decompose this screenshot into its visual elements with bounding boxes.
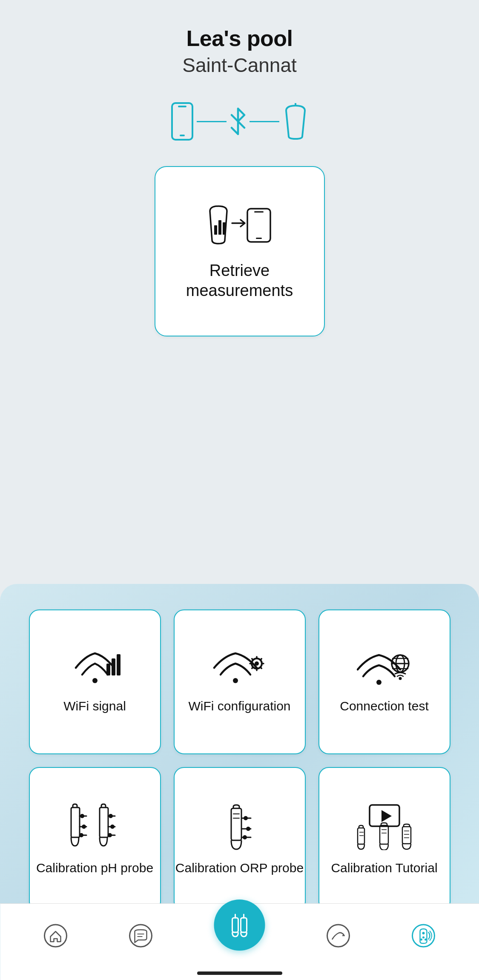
bluetooth-icon xyxy=(227,106,249,136)
svg-rect-57 xyxy=(358,828,364,844)
nav-remote[interactable] xyxy=(412,924,436,948)
svg-rect-71 xyxy=(232,918,238,932)
svg-rect-8 xyxy=(254,211,264,213)
svg-rect-13 xyxy=(117,654,120,675)
messages-icon xyxy=(129,924,152,948)
calibration-orp-label: Calibration ORP probe xyxy=(175,859,304,876)
svg-point-50 xyxy=(244,816,248,820)
svg-point-52 xyxy=(246,827,250,831)
svg-point-54 xyxy=(243,835,247,839)
scan-icon xyxy=(224,910,254,940)
svg-rect-58 xyxy=(380,825,388,844)
svg-rect-72 xyxy=(241,918,247,932)
retrieve-label: Retrieve measurements xyxy=(155,261,324,301)
calibration-tutorial-label: Calibration Tutorial xyxy=(331,859,437,876)
svg-point-16 xyxy=(255,661,259,666)
svg-point-34 xyxy=(80,814,84,818)
calibration-ph-card[interactable]: Calibration pH probe xyxy=(29,767,161,912)
probe-icon xyxy=(280,102,311,141)
svg-point-10 xyxy=(92,678,98,683)
wifi-config-icon xyxy=(212,650,267,688)
svg-line-24 xyxy=(260,658,261,660)
retrieve-measurements-card[interactable]: Retrieve measurements xyxy=(155,166,325,336)
wifi-config-card[interactable]: WiFi configuration xyxy=(174,609,306,754)
calibration-ph-label: Calibration pH probe xyxy=(36,859,153,876)
svg-point-36 xyxy=(82,825,86,829)
svg-rect-39 xyxy=(100,808,108,837)
wifi-signal-icon xyxy=(67,650,123,688)
svg-rect-59 xyxy=(402,827,411,844)
svg-line-22 xyxy=(260,667,261,668)
svg-point-14 xyxy=(233,678,238,683)
svg-rect-12 xyxy=(112,658,115,675)
svg-rect-5 xyxy=(218,220,221,235)
nav-stats[interactable] xyxy=(327,924,350,948)
stats-icon xyxy=(327,924,350,948)
connection-diagram xyxy=(169,102,311,141)
svg-point-67 xyxy=(44,925,66,947)
svg-point-41 xyxy=(109,814,113,818)
main-content: Retrieve measurements xyxy=(0,166,479,584)
svg-marker-56 xyxy=(381,810,392,822)
remote-icon xyxy=(412,924,436,948)
svg-rect-9 xyxy=(256,238,262,239)
header: Lea's pool Saint-Cannat xyxy=(182,0,297,77)
nav-center-scan[interactable] xyxy=(214,900,265,951)
connection-test-icon xyxy=(357,650,412,688)
bottom-nav xyxy=(0,903,479,980)
wifi-config-label: WiFi configuration xyxy=(188,698,290,714)
nav-messages[interactable] xyxy=(129,924,152,948)
card-row-2: Calibration pH probe xyxy=(17,767,462,912)
page-title: Lea's pool xyxy=(182,26,297,51)
svg-rect-1 xyxy=(178,106,186,107)
home-icon xyxy=(43,924,67,948)
wifi-signal-card[interactable]: WiFi signal xyxy=(29,609,161,754)
svg-point-78 xyxy=(422,936,425,938)
retrieve-icon xyxy=(201,202,278,249)
conn-line-2 xyxy=(250,121,279,122)
svg-point-68 xyxy=(129,925,152,947)
svg-line-23 xyxy=(252,667,253,668)
svg-point-25 xyxy=(376,680,381,685)
calibration-orp-card[interactable]: Calibration ORP probe xyxy=(174,767,306,912)
phone-icon xyxy=(169,102,196,141)
svg-point-31 xyxy=(399,677,402,680)
svg-point-45 xyxy=(108,833,112,837)
svg-rect-0 xyxy=(172,103,192,140)
svg-point-38 xyxy=(79,833,83,837)
location-subtitle: Saint-Cannat xyxy=(182,54,297,77)
svg-rect-11 xyxy=(106,664,110,675)
calibration-tutorial-icon xyxy=(348,803,421,850)
calibration-tutorial-card[interactable]: Calibration Tutorial xyxy=(318,767,450,912)
svg-rect-7 xyxy=(247,209,270,242)
svg-rect-4 xyxy=(214,225,217,235)
svg-point-43 xyxy=(110,825,115,829)
svg-rect-6 xyxy=(223,222,226,235)
connection-test-card[interactable]: Connection test xyxy=(318,609,450,754)
svg-rect-32 xyxy=(71,808,80,837)
svg-point-79 xyxy=(420,938,422,940)
nav-home[interactable] xyxy=(43,924,67,948)
svg-point-75 xyxy=(327,925,350,947)
calibration-ph-icon xyxy=(61,803,129,850)
wifi-signal-label: WiFi signal xyxy=(63,698,126,714)
card-row-1: WiFi signal xyxy=(17,609,462,754)
home-indicator xyxy=(197,971,282,975)
conn-line-1 xyxy=(197,121,227,122)
connection-test-label: Connection test xyxy=(340,698,428,714)
svg-point-77 xyxy=(422,932,425,934)
svg-line-21 xyxy=(252,658,253,660)
calibration-orp-icon xyxy=(210,803,270,850)
svg-rect-2 xyxy=(180,135,185,136)
svg-point-80 xyxy=(425,938,427,940)
svg-rect-46 xyxy=(231,808,241,840)
